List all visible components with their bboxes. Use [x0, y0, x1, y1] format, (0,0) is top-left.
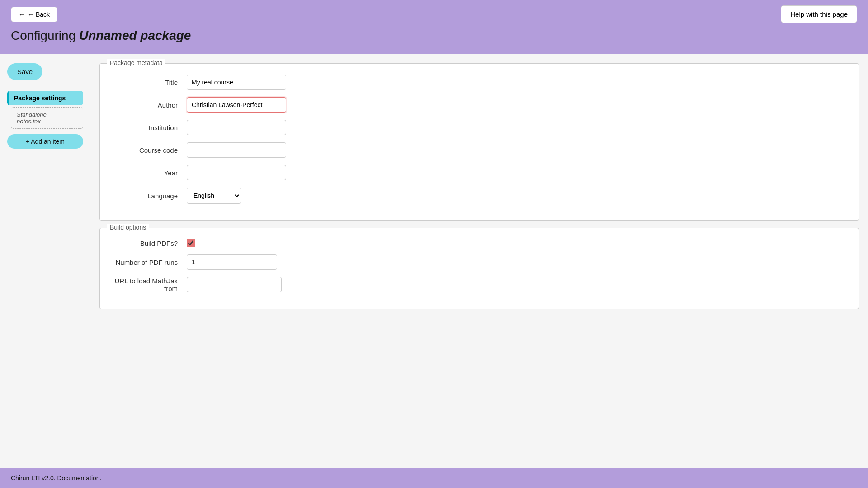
back-label: ← Back [28, 11, 50, 18]
build-options-legend: Build options [107, 224, 149, 231]
footer-text: Chirun LTI v2.0. [11, 474, 56, 482]
help-button[interactable]: Help with this page [781, 5, 857, 23]
back-arrow-icon: ← [19, 11, 25, 18]
build-options-section: Build options Build PDFs? Number of PDF … [99, 228, 859, 309]
year-input[interactable] [187, 165, 286, 180]
build-pdfs-checkbox[interactable] [187, 239, 195, 247]
title-row: Title [114, 75, 844, 90]
header: ← ← Back Help with this page Configuring… [0, 0, 868, 54]
pdf-runs-input[interactable] [187, 254, 277, 270]
page-title-italic: Unnamed package [79, 28, 191, 42]
package-metadata-section: Package metadata Title Author Institutio… [99, 63, 859, 221]
institution-label: Institution [114, 124, 187, 131]
package-metadata-legend: Package metadata [107, 59, 165, 66]
sidebar-nav: Package settings Standalonenotes.tex + A… [7, 91, 83, 149]
main-content: Save Package settings Standalonenotes.te… [0, 54, 868, 468]
title-label: Title [114, 79, 187, 86]
title-input[interactable] [187, 75, 286, 90]
pdf-runs-label: Number of PDF runs [114, 258, 187, 266]
institution-input[interactable] [187, 120, 286, 135]
language-label: Language [114, 192, 187, 200]
sidebar-item-notes[interactable]: Standalonenotes.tex [11, 107, 83, 129]
form-area: Package metadata Title Author Institutio… [90, 63, 868, 459]
section-content-metadata: Title Author Institution Course code [100, 64, 859, 220]
author-label: Author [114, 101, 187, 109]
build-pdfs-row: Build PDFs? [114, 239, 844, 247]
save-button[interactable]: Save [7, 63, 42, 80]
author-input[interactable] [187, 97, 286, 113]
course-code-row: Course code [114, 142, 844, 158]
footer-period: . [100, 474, 102, 482]
sidebar: Save Package settings Standalonenotes.te… [0, 63, 90, 459]
year-label: Year [114, 169, 187, 177]
documentation-link[interactable]: Documentation [57, 474, 99, 482]
mathjax-row: URL to load MathJax from [114, 277, 844, 292]
author-row: Author [114, 97, 844, 113]
section-content-build: Build PDFs? Number of PDF runs URL to lo… [100, 228, 859, 309]
institution-row: Institution [114, 120, 844, 135]
page-title: Configuring Unnamed package [11, 28, 857, 43]
pdf-runs-row: Number of PDF runs [114, 254, 844, 270]
mathjax-label: URL to load MathJax from [114, 277, 187, 292]
header-top: ← ← Back Help with this page [11, 5, 857, 23]
back-button[interactable]: ← ← Back [11, 7, 57, 22]
language-row: Language English French Spanish German O… [114, 188, 844, 204]
page-title-static: Configuring [11, 28, 79, 42]
sidebar-item-package-settings[interactable]: Package settings [7, 91, 83, 105]
mathjax-input[interactable] [187, 277, 282, 292]
build-pdfs-label: Build PDFs? [114, 239, 187, 247]
add-item-button[interactable]: + Add an item [7, 134, 83, 149]
footer: Chirun LTI v2.0. Documentation. [0, 468, 868, 488]
language-select[interactable]: English French Spanish German Other [187, 188, 241, 204]
year-row: Year [114, 165, 844, 180]
course-code-input[interactable] [187, 142, 286, 158]
course-code-label: Course code [114, 146, 187, 154]
